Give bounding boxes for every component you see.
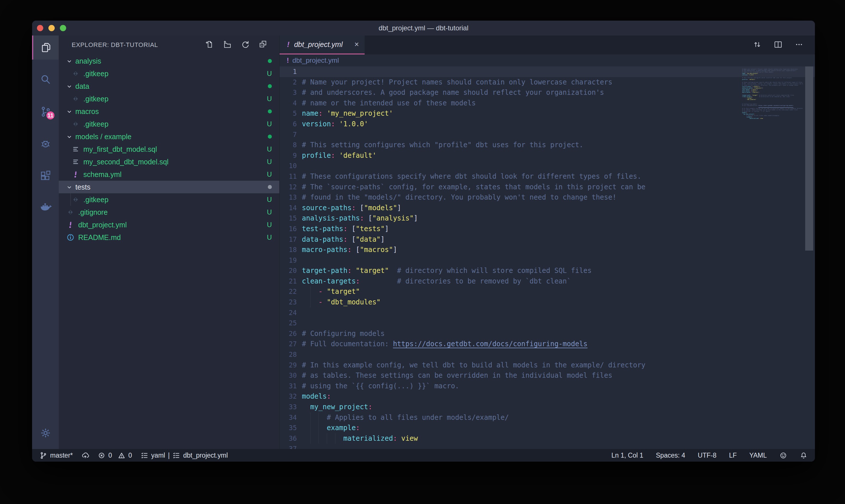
status-separator: | (168, 452, 169, 459)
line-number: 25 (280, 318, 297, 328)
new-folder-icon[interactable] (223, 40, 232, 50)
tree-item-label: dbt_project.yml (78, 221, 127, 229)
eol-item[interactable]: LF (729, 452, 737, 459)
minimap-line (742, 119, 803, 121)
language-outline-item[interactable]: yaml | dbt_project.yml (141, 452, 228, 459)
code-token (323, 298, 326, 306)
refresh-icon[interactable] (241, 40, 250, 50)
tree-item-dbt-project-yml[interactable]: dbt_project.ymlU (59, 218, 279, 231)
problems-item[interactable]: 0 0 (98, 452, 132, 459)
git-status-dot (268, 134, 272, 139)
indent-guide (319, 433, 319, 444)
code-token: data-paths (302, 235, 343, 244)
tree-item-gitkeep[interactable]: .gitkeepU (59, 193, 279, 206)
tree-item-macros[interactable]: macros (59, 105, 279, 118)
tree-item-gitkeep[interactable]: .gitkeepU (59, 118, 279, 130)
open-changes-icon[interactable] (753, 40, 762, 50)
line-number: 32 (280, 391, 297, 402)
line-number: 3 (280, 87, 297, 98)
breadcrumb[interactable]: ! dbt_project.yml (280, 54, 815, 67)
code-token: : (343, 235, 347, 244)
code-token: view (401, 434, 418, 443)
tree-item-label: schema.yml (83, 170, 122, 179)
docker-icon[interactable] (32, 196, 59, 220)
line-number: 22 (280, 286, 297, 297)
tree-item-gitignore[interactable]: .gitignoreU (59, 206, 279, 218)
tree-item-gitkeep[interactable]: .gitkeepU (59, 92, 279, 105)
indent-guide (310, 286, 310, 297)
tree-item-label: models / example (75, 132, 131, 141)
git-untracked-badge: U (267, 70, 272, 78)
code-line: 27# Full documentation: https://docs.get… (280, 339, 815, 349)
code-token: [ (356, 246, 360, 254)
code-line: 9profile: 'default' (280, 150, 815, 161)
breadcrumb-file[interactable]: dbt_project.yml (292, 56, 339, 65)
minimap[interactable]: # Name your project! Project names shoul… (742, 67, 803, 130)
code-token (302, 403, 310, 411)
close-tab-icon[interactable]: × (354, 40, 359, 49)
documentation-link[interactable]: https://docs.getdbt.com/docs/configuring… (393, 340, 588, 348)
tree-item-data[interactable]: data (59, 80, 279, 92)
sync-changes-item[interactable] (82, 452, 89, 459)
code-line: 14source-paths: ["models"] (280, 203, 815, 213)
line-number: 26 (280, 328, 297, 339)
explorer-icon[interactable] (32, 36, 59, 59)
indent-guide (319, 412, 319, 423)
tree-item-my-first-dbt-model-sql[interactable]: my_first_dbt_model.sqlU (59, 143, 279, 156)
tree-item-schema-yml[interactable]: schema.ymlU (59, 168, 279, 181)
git-branch-label: master* (50, 452, 73, 459)
settings-gear-icon[interactable] (32, 421, 59, 445)
code-token: : (368, 403, 372, 411)
git-status-dot (268, 109, 272, 113)
line-number: 23 (280, 297, 297, 308)
git-branch-item[interactable]: master* (39, 452, 73, 459)
tab-dbt-project-yml[interactable]: ! dbt_project.yml × (280, 36, 365, 54)
code-line: 13# found in the "models/" directory. Yo… (280, 192, 815, 203)
vertical-scrollbar[interactable] (805, 67, 813, 251)
more-actions-icon[interactable] (795, 40, 804, 50)
warnings-count: 0 (128, 452, 132, 459)
code-line: 31# using the `{{ config(...) }}` macro. (280, 381, 815, 392)
activity-bar: 11 (32, 36, 59, 449)
feedback-smiley-icon[interactable] (779, 452, 787, 459)
new-file-icon[interactable] (205, 40, 214, 50)
code-editor[interactable]: 12# Name your project! Project names sho… (280, 67, 815, 449)
encoding-item[interactable]: UTF-8 (698, 452, 716, 459)
tree-item-tests[interactable]: tests (59, 181, 279, 193)
git-untracked-badge: U (267, 95, 272, 103)
code-line: 11# These configurations specify where d… (280, 171, 815, 182)
collapse-folders-icon[interactable] (259, 40, 268, 50)
code-token: materialized (343, 434, 393, 443)
code-token: # The `source-paths` config, for example… (302, 183, 645, 191)
code-token: # and underscores. A good package name s… (302, 89, 604, 96)
split-editor-icon[interactable] (774, 40, 783, 50)
source-control-icon[interactable]: 11 (32, 100, 59, 124)
indentation-item[interactable]: Spaces: 4 (656, 452, 685, 459)
debug-icon[interactable] (32, 132, 59, 156)
tree-item-models-example[interactable]: models / example (59, 130, 279, 143)
line-number: 21 (280, 276, 297, 287)
notifications-bell-icon[interactable] (800, 452, 808, 459)
code-token: # Name your project! Project names shoul… (302, 78, 612, 86)
extensions-icon[interactable] (32, 164, 59, 188)
language-item-label: yaml (151, 452, 165, 459)
code-token: "target" (356, 267, 389, 275)
tree-item-gitkeep[interactable]: .gitkeepU (59, 67, 279, 80)
code-line: 28 (280, 349, 815, 360)
code-token: my_new_project (310, 403, 368, 411)
line-number: 34 (280, 412, 297, 423)
code-token: version (302, 120, 331, 128)
indent-guide (310, 433, 310, 444)
code-line: 22 - "target" (280, 286, 815, 297)
tree-item-analysis[interactable]: analysis (59, 55, 279, 67)
code-token (356, 204, 360, 212)
search-icon[interactable] (32, 68, 59, 92)
cursor-position-item[interactable]: Ln 1, Col 1 (612, 452, 643, 459)
code-token: : (347, 246, 352, 254)
tree-item-readme-md[interactable]: README.mdU (59, 231, 279, 244)
code-line: 4# name or the intended use of these mod… (280, 98, 815, 109)
code-token: # directory which will store compiled SQ… (397, 267, 592, 275)
language-mode-item[interactable]: YAML (749, 452, 767, 459)
tree-item-my-second-dbt-model-sql[interactable]: my_second_dbt_model.sqlU (59, 156, 279, 168)
code-token: # These configurations specify where dbt… (302, 173, 641, 180)
